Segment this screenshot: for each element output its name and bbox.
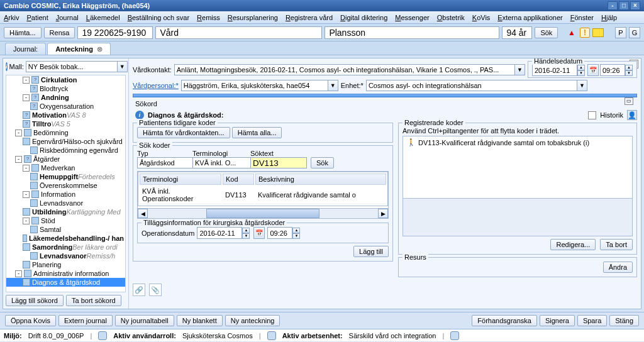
- scroll-right-icon[interactable]: ▶: [378, 209, 388, 218]
- minimize-button[interactable]: -: [608, 1, 618, 10]
- sok-button[interactable]: Sök: [311, 157, 334, 168]
- vardkontakt-combo[interactable]: ▼: [174, 64, 525, 75]
- tree-item[interactable]: Egenvård/Hälso-och sjukvård: [6, 137, 125, 146]
- person-icon[interactable]: [450, 331, 459, 340]
- tree-item[interactable]: Läkemedelsbehandling-/ han: [6, 234, 125, 243]
- tab-close-icon[interactable]: ⊗: [97, 45, 103, 53]
- date-down-icon[interactable]: ▼: [242, 233, 250, 239]
- lagg-till-button[interactable]: Lägg till: [353, 246, 389, 257]
- event-date-input[interactable]: ▲▼: [532, 64, 585, 76]
- g-button[interactable]: G: [629, 27, 640, 38]
- info-icon[interactable]: i: [6, 62, 8, 71]
- menu-registrera vård[interactable]: Registrera vård: [286, 14, 333, 21]
- menu-hjälp[interactable]: Hjälp: [601, 14, 617, 21]
- menu-patient[interactable]: Patient: [26, 14, 48, 21]
- col-beskrivning[interactable]: Beskrivning: [255, 174, 386, 185]
- tree-item[interactable]: -?Andning: [6, 93, 125, 102]
- enhet-combo[interactable]: ▼: [366, 80, 587, 91]
- fetch-button[interactable]: Hämta...: [4, 27, 42, 38]
- tree-item[interactable]: Samordning Ber läkare ordi: [6, 243, 125, 251]
- expand-icon[interactable]: -: [15, 130, 22, 136]
- event-time-field[interactable]: [600, 64, 625, 76]
- forhandsgranska-button[interactable]: Förhandsgranska: [472, 315, 537, 326]
- menu-resursplanering[interactable]: Resursplanering: [228, 14, 278, 21]
- tree-item[interactable]: ?Blodtryck: [6, 84, 125, 93]
- terminologi-combo[interactable]: ▼: [192, 157, 247, 168]
- alert-triangle-icon[interactable]: ▲: [566, 27, 577, 38]
- enhet-input[interactable]: [366, 80, 577, 91]
- calendar-icon[interactable]: 📅: [587, 64, 599, 76]
- tree-item[interactable]: -Administrativ information: [6, 269, 125, 278]
- date-up-icon[interactable]: ▲: [577, 65, 585, 70]
- opdate-input[interactable]: ▲▼: [197, 227, 250, 239]
- optime-input[interactable]: ▲▼: [267, 227, 300, 239]
- close-button[interactable]: ×: [630, 1, 640, 10]
- menu-arkiv[interactable]: Arkiv: [4, 14, 19, 21]
- tree-item[interactable]: -Bedömning: [6, 128, 125, 137]
- expand-icon[interactable]: -: [23, 77, 30, 84]
- time-down-icon[interactable]: ▼: [625, 70, 633, 76]
- menu-externa applikationer[interactable]: Externa applikationer: [497, 14, 562, 21]
- mall-combo[interactable]: ▼: [26, 61, 128, 72]
- keyword-tree[interactable]: -?Cirkulation?Blodtryck-?Andning?Oxygens…: [6, 75, 126, 292]
- extern-journal-button[interactable]: Extern journal: [58, 315, 113, 326]
- remove-keyword-button[interactable]: Ta bort sökord: [66, 295, 121, 306]
- koder-table[interactable]: Terminologi Kod Beskrivning KVÅ inkl. Op…: [138, 172, 388, 206]
- date-down-icon[interactable]: ▼: [577, 70, 585, 76]
- tree-item[interactable]: Levnadsvanor Remiss/h: [6, 251, 125, 260]
- tabort-button[interactable]: Ta bort: [600, 239, 633, 250]
- col-kod[interactable]: Kod: [223, 174, 254, 185]
- event-time-input[interactable]: ▲▼: [600, 64, 633, 76]
- info-icon[interactable]: i: [135, 111, 144, 119]
- menu-journal[interactable]: Journal: [56, 14, 79, 21]
- hamta-alla-button[interactable]: Hämta alla...: [232, 127, 282, 138]
- add-keyword-button[interactable]: Lägg till sökord: [6, 295, 64, 306]
- vardpersonal-combo[interactable]: ▼: [181, 80, 338, 91]
- time-up-icon[interactable]: ▲: [625, 65, 633, 70]
- maximize-button[interactable]: □: [619, 1, 629, 10]
- info-alert-icon[interactable]: !: [580, 28, 590, 38]
- tab-journal[interactable]: Journal:: [5, 43, 46, 55]
- menu-läkemedel[interactable]: Läkemedel: [86, 14, 120, 21]
- opdate-field[interactable]: [197, 227, 242, 239]
- tree-item[interactable]: ?Tilltro VAS 5: [6, 119, 125, 128]
- date-up-icon[interactable]: ▲: [242, 228, 250, 233]
- menu-remiss[interactable]: Remiss: [197, 14, 220, 21]
- soktext-input[interactable]: [250, 157, 307, 168]
- tree-item[interactable]: -Stöd: [6, 216, 125, 225]
- menu-beställning och svar[interactable]: Beställning och svar: [128, 14, 189, 21]
- ny-anteckning-button[interactable]: Ny anteckning: [225, 315, 280, 326]
- menu-fönster[interactable]: Fönster: [570, 14, 594, 21]
- link-icon[interactable]: 🔗: [133, 284, 145, 296]
- calendar-icon[interactable]: 📅: [253, 227, 265, 239]
- scroll-thumb[interactable]: [206, 209, 319, 218]
- tree-item[interactable]: Samtal: [6, 225, 125, 234]
- ny-blankett-button[interactable]: Ny blankett: [177, 315, 223, 326]
- tree-item[interactable]: Riskbedömning egenvård: [6, 146, 125, 155]
- table-row[interactable]: KVÅ inkl. Operationskoder DV113 Kvalific…: [140, 186, 386, 204]
- tree-item[interactable]: ?Motivation VAS 8: [6, 111, 125, 119]
- clear-button[interactable]: Rensa: [44, 27, 75, 38]
- user-icon[interactable]: 👤: [627, 110, 637, 120]
- menu-obstetrik[interactable]: Obstetrik: [437, 14, 465, 21]
- tree-item[interactable]: -Medverkan: [6, 163, 125, 172]
- pnr-field[interactable]: [77, 26, 153, 39]
- time-up-icon[interactable]: ▲: [292, 228, 300, 233]
- tree-item[interactable]: Överenskommelse: [6, 181, 125, 190]
- spara-button[interactable]: Spara: [577, 315, 607, 326]
- oppna-kovis-button[interactable]: Öppna Kovis: [5, 315, 56, 326]
- panel-collapse-icon[interactable]: ▭: [625, 97, 633, 105]
- reg-tree[interactable]: 🚶 DV113-Kvalificerat rådgivande samtal o…: [402, 136, 633, 199]
- col-terminologi[interactable]: Terminologi: [140, 174, 221, 185]
- tree-item[interactable]: Planering: [6, 260, 125, 269]
- time-down-icon[interactable]: ▼: [292, 233, 300, 239]
- vardpersonal-label[interactable]: Vårdpersonal:*: [133, 82, 179, 89]
- attachment-icon[interactable]: 📎: [149, 284, 162, 296]
- note-icon[interactable]: [592, 28, 604, 37]
- tree-item[interactable]: -?Åtgärder: [6, 155, 125, 163]
- typ-combo[interactable]: ▼: [137, 157, 189, 168]
- stang-button[interactable]: Stäng: [609, 315, 639, 326]
- age-field[interactable]: [502, 26, 532, 39]
- expand-icon[interactable]: -: [23, 218, 30, 224]
- tree-item[interactable]: Diagnos & åtgärdskod: [6, 278, 125, 287]
